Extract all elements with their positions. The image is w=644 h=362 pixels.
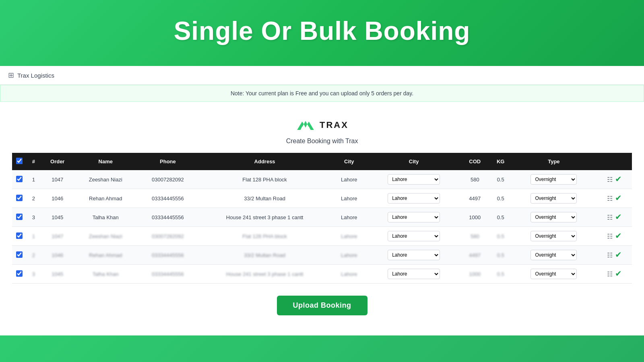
row-check-icon: ✔ <box>615 250 622 259</box>
upload-booking-button[interactable]: Upload Booking <box>277 296 367 315</box>
row-details-button[interactable]: ☷ <box>606 250 614 260</box>
row-details-button[interactable]: ☷ <box>606 193 614 204</box>
trax-logo-area: TRAX <box>12 118 632 134</box>
row-kg: 0.5 <box>489 227 512 246</box>
booking-subtitle: Create Booking with Trax <box>12 138 632 145</box>
row-type-select[interactable]: OvernightSame DayExpress <box>530 250 577 260</box>
row-order: 1046 <box>41 246 74 265</box>
row-order: 1046 <box>41 189 74 208</box>
row-city-display: Lahore <box>331 189 367 208</box>
select-all-checkbox[interactable] <box>16 158 23 164</box>
row-city-select[interactable]: LahoreKarachiIslamabadRawalpindiFaisalab… <box>388 250 440 260</box>
row-check-icon: ✔ <box>615 175 622 183</box>
row-num: 3 <box>26 208 41 227</box>
header-phone: Phone <box>137 153 198 170</box>
row-actions-cell[interactable]: ☷ ✔ <box>596 246 632 265</box>
row-type-cell[interactable]: OvernightSame DayExpress <box>512 208 596 227</box>
row-address: House 241 street 3 phase 1 cantt <box>198 208 331 227</box>
row-kg: 0.5 <box>489 189 512 208</box>
row-num: 1 <box>26 227 41 246</box>
row-city-select[interactable]: LahoreKarachiIslamabadRawalpindiFaisalab… <box>388 174 440 185</box>
row-checkbox[interactable] <box>16 251 23 258</box>
row-cod: 1000 <box>460 208 489 227</box>
row-cod: 4497 <box>460 246 489 265</box>
row-details-button[interactable]: ☷ <box>606 231 614 241</box>
trax-logo: TRAX <box>295 118 349 132</box>
header-checkbox[interactable] <box>12 153 26 170</box>
row-name: Rehan Ahmad <box>74 189 137 208</box>
upload-btn-area: Upload Booking <box>12 296 632 323</box>
row-checkbox[interactable] <box>16 176 23 182</box>
row-phone: 03334445556 <box>137 246 198 265</box>
row-city-select-cell[interactable]: LahoreKarachiIslamabadRawalpindiFaisalab… <box>367 246 460 265</box>
row-type-select[interactable]: OvernightSame DayExpress <box>530 269 577 279</box>
row-city-select-cell[interactable]: LahoreKarachiIslamabadRawalpindiFaisalab… <box>367 189 460 208</box>
row-type-cell[interactable]: OvernightSame DayExpress <box>512 227 596 246</box>
booking-table: # Order Name Phone Address City City COD… <box>12 153 632 284</box>
row-checkbox[interactable] <box>16 195 23 201</box>
table-row: 2 1046 Rehan Ahmad 03334445556 33/2 Mult… <box>12 246 632 265</box>
row-type-cell[interactable]: OvernightSame DayExpress <box>512 170 596 189</box>
row-kg: 0.5 <box>489 170 512 189</box>
notice-text: Note: Your current plan is Free and you … <box>231 90 413 97</box>
table-row: 3 1045 Talha Khan 03334445556 House 241 … <box>12 208 632 227</box>
row-checkbox-cell[interactable] <box>12 265 26 284</box>
row-actions-cell[interactable]: ☷ ✔ <box>596 170 632 189</box>
booking-table-wrapper: # Order Name Phone Address City City COD… <box>12 153 632 284</box>
header-num: # <box>26 153 41 170</box>
row-cod: 580 <box>460 227 489 246</box>
row-type-cell[interactable]: OvernightSame DayExpress <box>512 189 596 208</box>
header-type: Type <box>512 153 596 170</box>
row-checkbox-cell[interactable] <box>12 170 26 189</box>
row-checkbox[interactable] <box>16 214 23 220</box>
row-type-cell[interactable]: OvernightSame DayExpress <box>512 265 596 284</box>
row-checkbox-cell[interactable] <box>12 189 26 208</box>
row-check-icon: ✔ <box>615 193 622 202</box>
row-phone: 03334445556 <box>137 208 198 227</box>
row-city-select[interactable]: LahoreKarachiIslamabadRawalpindiFaisalab… <box>388 269 440 279</box>
row-city-select[interactable]: LahoreKarachiIslamabadRawalpindiFaisalab… <box>388 231 440 241</box>
row-actions-cell[interactable]: ☷ ✔ <box>596 189 632 208</box>
row-address: 33/2 Multan Road <box>198 189 331 208</box>
row-name: Zeeshan Niazi <box>74 227 137 246</box>
svg-marker-1 <box>304 121 307 128</box>
row-kg: 0.5 <box>489 246 512 265</box>
row-cod: 580 <box>460 170 489 189</box>
breadcrumb-bar: ⊞ Trax Logistics <box>0 66 644 85</box>
row-type-select[interactable]: OvernightSame DayExpress <box>530 212 577 222</box>
row-address: 33/2 Multan Road <box>198 246 331 265</box>
row-kg: 0.5 <box>489 265 512 284</box>
row-type-select[interactable]: OvernightSame DayExpress <box>530 174 577 185</box>
row-actions-cell[interactable]: ☷ ✔ <box>596 265 632 284</box>
row-checkbox[interactable] <box>16 270 23 277</box>
row-checkbox-cell[interactable] <box>12 208 26 227</box>
row-city-select-cell[interactable]: LahoreKarachiIslamabadRawalpindiFaisalab… <box>367 170 460 189</box>
row-city-select-cell[interactable]: LahoreKarachiIslamabadRawalpindiFaisalab… <box>367 265 460 284</box>
row-details-button[interactable]: ☷ <box>606 269 614 279</box>
row-actions-cell[interactable]: ☷ ✔ <box>596 227 632 246</box>
row-city-display: Lahore <box>331 227 367 246</box>
row-checkbox[interactable] <box>16 232 23 239</box>
header-name: Name <box>74 153 137 170</box>
table-header-row: # Order Name Phone Address City City COD… <box>12 153 632 170</box>
row-type-select[interactable]: OvernightSame DayExpress <box>530 193 577 204</box>
row-type-select[interactable]: OvernightSame DayExpress <box>530 231 577 241</box>
row-checkbox-cell[interactable] <box>12 227 26 246</box>
row-details-button[interactable]: ☷ <box>606 175 614 185</box>
row-city-select[interactable]: LahoreKarachiIslamabadRawalpindiFaisalab… <box>388 212 440 222</box>
row-type-cell[interactable]: OvernightSame DayExpress <box>512 246 596 265</box>
row-checkbox-cell[interactable] <box>12 246 26 265</box>
row-check-icon: ✔ <box>615 212 622 221</box>
row-address: House 241 street 3 phase 1 cantt <box>198 265 331 284</box>
breadcrumb-text: Trax Logistics <box>17 72 54 79</box>
trax-logo-svg <box>295 118 316 132</box>
row-details-button[interactable]: ☷ <box>606 212 614 222</box>
row-city-display: Lahore <box>331 265 367 284</box>
hero-section: Single Or Bulk Booking <box>0 0 644 66</box>
row-city-display: Lahore <box>331 170 367 189</box>
row-city-select-cell[interactable]: LahoreKarachiIslamabadRawalpindiFaisalab… <box>367 227 460 246</box>
row-city-select[interactable]: LahoreKarachiIslamabadRawalpindiFaisalab… <box>388 193 440 204</box>
row-actions-cell[interactable]: ☷ ✔ <box>596 208 632 227</box>
row-cod: 1000 <box>460 265 489 284</box>
row-city-select-cell[interactable]: LahoreKarachiIslamabadRawalpindiFaisalab… <box>367 208 460 227</box>
